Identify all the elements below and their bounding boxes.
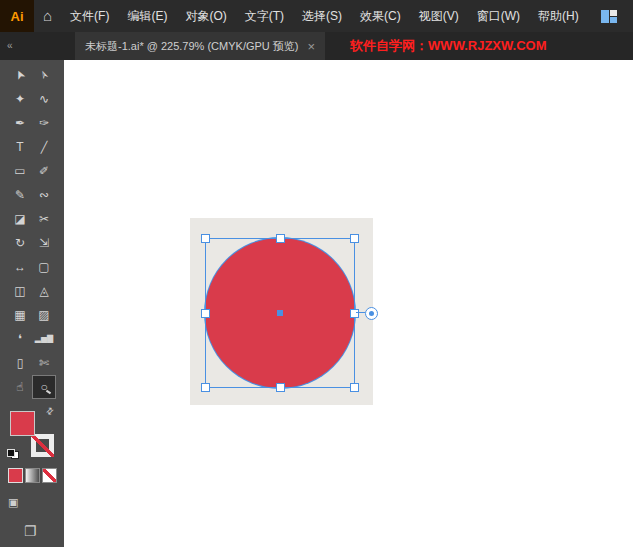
selection-handle-bottom-left[interactable] (201, 383, 210, 392)
app-logo: Ai (0, 0, 34, 32)
selection-handle-bottom-right[interactable] (350, 383, 359, 392)
pie-angle-widget[interactable] (365, 307, 378, 320)
pie-widget-line (356, 312, 365, 313)
zoom-tool-icon: ○ (40, 381, 47, 393)
fill-stroke-swatches: ⇄ (10, 409, 54, 457)
selection-handle-right[interactable] (350, 309, 359, 318)
apply-color-buttons (0, 469, 64, 482)
line-segment-tool[interactable]: ╱ (32, 135, 56, 159)
eraser-tool-icon: ◪ (14, 213, 25, 225)
scale-tool-icon: ⇲ (39, 237, 49, 249)
default-fill-stroke-icon[interactable] (7, 449, 19, 459)
menu-item-6[interactable]: 视图(V) (410, 0, 468, 32)
hand-tool-icon: ☝ (16, 381, 23, 393)
menu-item-4[interactable]: 选择(S) (293, 0, 351, 32)
menu-item-8[interactable]: 帮助(H) (529, 0, 588, 32)
width-tool-icon: ↔ (14, 261, 26, 273)
pen-tool[interactable]: ✒ (8, 111, 32, 135)
mesh-tool[interactable]: ▦ (8, 303, 32, 327)
selection-tool-icon: ➤ (12, 68, 27, 82)
pencil-tool-icon: ✎ (15, 189, 25, 201)
free-transform-tool[interactable]: ▢ (32, 255, 56, 279)
column-graph-tool[interactable]: ▂▅▇ (32, 327, 56, 351)
tool-grid: ➤➢✦∿✒✑T╱▭✐✎∾◪✂↻⇲↔▢◫◬▦▨❛▂▅▇▯✄☝○ (0, 60, 64, 399)
eyedropper-tool-icon: ❛ (18, 333, 22, 345)
curvature-tool[interactable]: ✑ (32, 111, 56, 135)
stroke-none-slash (31, 434, 54, 457)
eyedropper-tool[interactable]: ❛ (8, 327, 32, 351)
menu-item-5[interactable]: 效果(C) (351, 0, 410, 32)
direct-selection-tool-icon: ➢ (36, 68, 51, 82)
gradient-tool-icon: ▨ (38, 309, 49, 321)
watermark-text: 软件自学网：WWW.RJZXW.COM (350, 37, 546, 55)
workspace-switcher-icon[interactable] (601, 10, 617, 23)
lasso-tool-icon: ∿ (39, 93, 49, 105)
menu-items: 文件(F)编辑(E)对象(O)文字(T)选择(S)效果(C)视图(V)窗口(W)… (61, 0, 588, 32)
scissors-tool[interactable]: ✂ (32, 207, 56, 231)
type-tool-icon: T (16, 141, 23, 153)
scale-tool[interactable]: ⇲ (32, 231, 56, 255)
document-canvas[interactable] (64, 60, 633, 547)
menu-item-3[interactable]: 文字(T) (236, 0, 293, 32)
selection-handle-left[interactable] (201, 309, 210, 318)
toolbar-collapse-button[interactable]: « (0, 32, 64, 60)
apply-color-button[interactable] (9, 469, 22, 482)
menu-bar: Ai ⌂ 文件(F)编辑(E)对象(O)文字(T)选择(S)效果(C)视图(V)… (0, 0, 633, 32)
eraser-tool[interactable]: ◪ (8, 207, 32, 231)
shaper-tool[interactable]: ∾ (32, 183, 56, 207)
perspective-grid-tool[interactable]: ◬ (32, 279, 56, 303)
tab-close-icon[interactable]: × (308, 39, 316, 54)
stroke-color-swatch[interactable] (31, 434, 54, 457)
paintbrush-tool[interactable]: ✐ (32, 159, 56, 183)
menu-item-1[interactable]: 编辑(E) (118, 0, 176, 32)
line-segment-tool-icon: ╱ (41, 142, 48, 153)
collapse-icon: « (7, 40, 13, 51)
magic-wand-tool-icon: ✦ (15, 93, 25, 105)
slice-tool[interactable]: ✄ (32, 351, 56, 375)
paintbrush-tool-icon: ✐ (39, 165, 49, 177)
hand-tool[interactable]: ☝ (8, 375, 32, 399)
fill-color-swatch[interactable] (10, 411, 35, 436)
selection-tool[interactable]: ➤ (8, 63, 32, 87)
curvature-tool-icon: ✑ (39, 117, 49, 129)
artboard-tool-icon: ▯ (17, 357, 24, 369)
apply-gradient-button[interactable] (26, 469, 39, 482)
width-tool[interactable]: ↔ (8, 255, 32, 279)
shape-builder-tool[interactable]: ◫ (8, 279, 32, 303)
illustrator-window: Ai ⌂ 文件(F)编辑(E)对象(O)文字(T)选择(S)效果(C)视图(V)… (0, 0, 633, 547)
apply-none-button[interactable] (43, 469, 56, 482)
zoom-tool[interactable]: ○ (32, 375, 56, 399)
selection-handle-top[interactable] (276, 234, 285, 243)
rotate-tool[interactable]: ↻ (8, 231, 32, 255)
document-tab[interactable]: 未标题-1.ai* @ 225.79% (CMYK/GPU 预览) × (75, 32, 325, 60)
pencil-tool[interactable]: ✎ (8, 183, 32, 207)
document-tab-bar: 未标题-1.ai* @ 225.79% (CMYK/GPU 预览) × 软件自学… (64, 32, 633, 60)
free-transform-tool-icon: ▢ (38, 261, 49, 273)
type-tool[interactable]: T (8, 135, 32, 159)
swap-fill-stroke-icon[interactable]: ⇄ (44, 405, 56, 417)
gradient-tool[interactable]: ▨ (32, 303, 56, 327)
shaper-tool-icon: ∾ (39, 189, 49, 201)
selection-handle-top-left[interactable] (201, 234, 210, 243)
column-graph-tool-icon: ▂▅▇ (35, 335, 53, 343)
menu-item-0[interactable]: 文件(F) (61, 0, 118, 32)
home-icon[interactable]: ⌂ (34, 0, 61, 32)
direct-selection-tool[interactable]: ➢ (32, 63, 56, 87)
selection-handle-bottom[interactable] (276, 383, 285, 392)
app-logo-text: Ai (11, 9, 24, 24)
drawing-mode-icon[interactable]: ▣ (8, 496, 64, 509)
menu-item-2[interactable]: 对象(O) (176, 0, 235, 32)
menu-item-7[interactable]: 窗口(W) (468, 0, 529, 32)
artboard-tool[interactable]: ▯ (8, 351, 32, 375)
screen-mode-icon[interactable]: ❐ (24, 523, 64, 539)
lasso-tool[interactable]: ∿ (32, 87, 56, 111)
magic-wand-tool[interactable]: ✦ (8, 87, 32, 111)
rectangle-tool[interactable]: ▭ (8, 159, 32, 183)
shape-builder-tool-icon: ◫ (14, 285, 25, 297)
selection-center-point[interactable] (277, 310, 283, 316)
perspective-grid-tool-icon: ◬ (39, 285, 48, 297)
selection-handle-top-right[interactable] (350, 234, 359, 243)
tools-panel: ➤➢✦∿✒✑T╱▭✐✎∾◪✂↻⇲↔▢◫◬▦▨❛▂▅▇▯✄☝○ ⇄ ▣ ❐ (0, 60, 64, 547)
document-tab-title: 未标题-1.ai* @ 225.79% (CMYK/GPU 预览) (85, 39, 299, 54)
pen-tool-icon: ✒ (15, 117, 25, 129)
